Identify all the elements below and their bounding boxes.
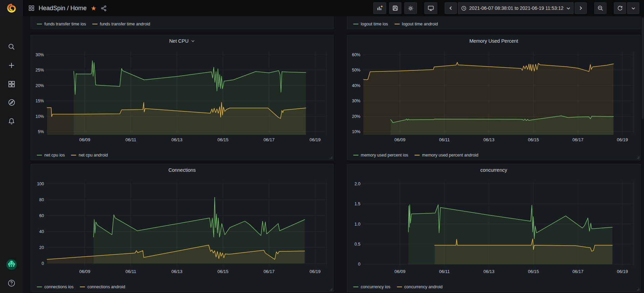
grafana-logo-icon <box>6 3 17 13</box>
legend-label: logout time ios <box>361 22 388 26</box>
panel-header[interactable]: Connections <box>31 164 333 176</box>
monitor-icon <box>427 5 434 12</box>
legend-item[interactable]: concurrency android <box>397 285 443 289</box>
save-icon <box>392 5 398 11</box>
panel-concurrency: concurrency 00.51.01.52.006/0906/1106/13… <box>347 164 641 292</box>
legend-swatch <box>415 155 420 155</box>
chart-canvas: 10%20%30%40%50%60%06/0906/1106/1306/1506… <box>347 47 640 148</box>
legend-item[interactable]: net cpu ios <box>37 153 65 158</box>
share-icon[interactable] <box>101 5 107 12</box>
svg-text:06/17: 06/17 <box>264 137 275 142</box>
svg-text:1.5: 1.5 <box>355 202 360 206</box>
svg-text:40: 40 <box>39 229 44 234</box>
svg-text:06/09: 06/09 <box>79 269 90 274</box>
legend-item[interactable]: concurrency ios <box>353 285 391 289</box>
panel-legend: net cpu iosnet cpu android <box>37 153 108 158</box>
legend-item[interactable]: funds transfer time android <box>92 22 150 26</box>
add-panel-button[interactable] <box>373 2 386 14</box>
vertical-scrollbar[interactable] <box>642 18 644 119</box>
time-forward-button[interactable] <box>575 2 587 14</box>
legend-item[interactable]: net cpu android <box>71 153 108 158</box>
chart-net-cpu[interactable]: 5%10%15%20%25%30%06/0906/1106/1306/1506/… <box>31 47 333 148</box>
chart-memory-used-percent[interactable]: 10%20%30%40%50%60%06/0906/1106/1306/1506… <box>347 47 640 148</box>
chevron-down-icon <box>566 6 571 11</box>
legend-item[interactable]: connections ios <box>37 285 73 289</box>
legend-swatch <box>71 155 76 155</box>
svg-text:06/11: 06/11 <box>126 137 136 142</box>
legend-swatch <box>353 24 358 24</box>
svg-text:06/19: 06/19 <box>310 137 321 142</box>
svg-text:0: 0 <box>358 262 360 267</box>
panel-header[interactable]: Net CPU <box>31 35 333 47</box>
svg-text:06/19: 06/19 <box>617 269 628 274</box>
explore-button[interactable] <box>3 93 20 112</box>
legend-swatch <box>353 287 358 287</box>
cycle-view-button[interactable] <box>424 2 437 14</box>
dashboard-settings-button[interactable] <box>404 2 417 14</box>
svg-text:06/13: 06/13 <box>171 269 182 274</box>
help-button[interactable] <box>3 274 20 292</box>
dashboards-button[interactable] <box>3 75 20 93</box>
svg-text:60%: 60% <box>352 53 360 57</box>
svg-text:06/17: 06/17 <box>572 137 583 142</box>
panel-title[interactable]: Net CPU <box>169 38 188 44</box>
panel-menu-caret-icon[interactable] <box>191 39 195 43</box>
svg-text:40%: 40% <box>352 83 360 88</box>
panel-logout-time[interactable]: logout time ioslogout time android <box>347 16 641 29</box>
chart-concurrency[interactable]: 00.51.01.52.006/0906/1106/1306/1506/1706… <box>347 176 640 280</box>
legend-item[interactable]: logout time ios <box>353 22 388 26</box>
refresh-button[interactable] <box>614 2 626 14</box>
alerting-button[interactable] <box>3 112 20 130</box>
create-button[interactable] <box>3 56 20 75</box>
legend-label: net cpu android <box>79 153 108 158</box>
user-avatar-icon <box>6 259 17 270</box>
legend-swatch <box>37 24 42 24</box>
gear-icon <box>407 5 414 12</box>
plus-icon <box>8 62 15 69</box>
chart-connections[interactable]: 02040608010006/0906/1106/1306/1506/1706/… <box>31 176 333 280</box>
search-button[interactable] <box>3 37 20 56</box>
svg-text:06/13: 06/13 <box>171 137 182 142</box>
svg-text:0: 0 <box>42 261 44 266</box>
panel-legend: concurrency iosconcurrency android <box>353 285 443 289</box>
legend-item[interactable]: funds transfer time ios <box>37 22 86 26</box>
panel-header[interactable]: Memory Used Percent <box>347 35 640 47</box>
chart-canvas: 5%10%15%20%25%30%06/0906/1106/1306/1506/… <box>31 47 333 148</box>
explore-compass-icon <box>8 99 16 106</box>
time-back-button[interactable] <box>445 2 457 14</box>
search-icon <box>8 43 15 50</box>
svg-text:20%: 20% <box>36 83 44 88</box>
legend-label: connections ios <box>44 285 73 289</box>
panel-funds-transfer-time[interactable]: funds transfer time iosfunds transfer ti… <box>30 16 334 29</box>
svg-text:20%: 20% <box>352 114 360 119</box>
legend-item[interactable]: connections android <box>80 285 125 289</box>
svg-text:60: 60 <box>39 213 44 218</box>
grafana-logo[interactable] <box>0 0 23 16</box>
svg-text:06/17: 06/17 <box>264 269 275 274</box>
legend-label: funds transfer time android <box>100 22 150 26</box>
panel-title[interactable]: Connections <box>169 167 196 173</box>
svg-text:06/17: 06/17 <box>572 269 583 274</box>
star-icon[interactable]: ★ <box>91 4 96 12</box>
dashboard-title[interactable]: HeadSpin / Home <box>39 5 87 12</box>
svg-text:06/15: 06/15 <box>218 269 229 274</box>
zoom-out-time-button[interactable] <box>594 2 606 14</box>
chevron-down-icon <box>631 6 636 11</box>
legend-item[interactable]: memory used percent ios <box>353 153 408 158</box>
time-range-picker[interactable]: 2021-06-07 08:38:01 to 2021-06-19 11:53:… <box>458 2 574 14</box>
legend-item[interactable]: logout time android <box>395 22 438 26</box>
panel-header[interactable]: concurrency <box>347 164 640 176</box>
legend-swatch <box>353 155 358 155</box>
apps-grid-icon[interactable] <box>28 5 35 11</box>
svg-text:06/11: 06/11 <box>439 137 450 142</box>
legend-swatch <box>92 24 97 24</box>
panel-title[interactable]: concurrency <box>481 167 507 173</box>
panel-title[interactable]: Memory Used Percent <box>469 38 518 44</box>
save-dashboard-button[interactable] <box>389 2 401 14</box>
legend-label: concurrency android <box>404 285 443 289</box>
chart-canvas: 00.51.01.52.006/0906/1106/1306/1506/1706… <box>347 176 640 280</box>
user-avatar[interactable] <box>3 255 20 274</box>
refresh-interval-button[interactable] <box>627 2 639 14</box>
legend-item[interactable]: memory used percent android <box>415 153 478 158</box>
legend-label: concurrency ios <box>361 285 391 289</box>
